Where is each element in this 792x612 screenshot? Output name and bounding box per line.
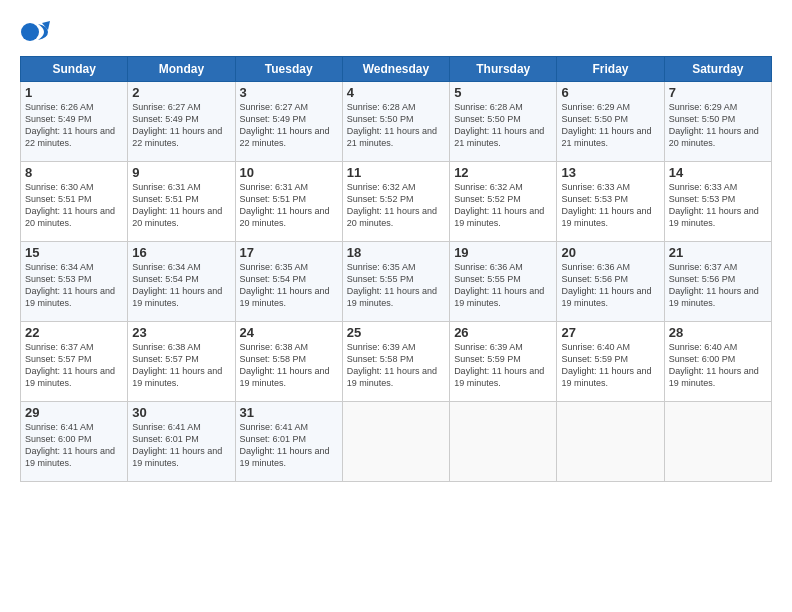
weekday-monday: Monday xyxy=(128,57,235,82)
day-info: Sunrise: 6:36 AMSunset: 5:56 PMDaylight:… xyxy=(561,262,651,308)
day-info: Sunrise: 6:27 AMSunset: 5:49 PMDaylight:… xyxy=(240,102,330,148)
calendar-cell: 30Sunrise: 6:41 AMSunset: 6:01 PMDayligh… xyxy=(128,402,235,482)
day-number: 1 xyxy=(25,85,123,100)
calendar-week-2: 8Sunrise: 6:30 AMSunset: 5:51 PMDaylight… xyxy=(21,162,772,242)
calendar-cell: 3Sunrise: 6:27 AMSunset: 5:49 PMDaylight… xyxy=(235,82,342,162)
day-info: Sunrise: 6:39 AMSunset: 5:59 PMDaylight:… xyxy=(454,342,544,388)
calendar-cell: 19Sunrise: 6:36 AMSunset: 5:55 PMDayligh… xyxy=(450,242,557,322)
day-info: Sunrise: 6:29 AMSunset: 5:50 PMDaylight:… xyxy=(669,102,759,148)
calendar-cell xyxy=(557,402,664,482)
calendar-cell: 26Sunrise: 6:39 AMSunset: 5:59 PMDayligh… xyxy=(450,322,557,402)
calendar-week-1: 1Sunrise: 6:26 AMSunset: 5:49 PMDaylight… xyxy=(21,82,772,162)
day-info: Sunrise: 6:29 AMSunset: 5:50 PMDaylight:… xyxy=(561,102,651,148)
calendar-cell: 27Sunrise: 6:40 AMSunset: 5:59 PMDayligh… xyxy=(557,322,664,402)
calendar-cell: 31Sunrise: 6:41 AMSunset: 6:01 PMDayligh… xyxy=(235,402,342,482)
day-info: Sunrise: 6:37 AMSunset: 5:57 PMDaylight:… xyxy=(25,342,115,388)
day-info: Sunrise: 6:28 AMSunset: 5:50 PMDaylight:… xyxy=(347,102,437,148)
day-number: 9 xyxy=(132,165,230,180)
day-info: Sunrise: 6:30 AMSunset: 5:51 PMDaylight:… xyxy=(25,182,115,228)
weekday-friday: Friday xyxy=(557,57,664,82)
calendar-week-3: 15Sunrise: 6:34 AMSunset: 5:53 PMDayligh… xyxy=(21,242,772,322)
day-number: 21 xyxy=(669,245,767,260)
day-number: 8 xyxy=(25,165,123,180)
day-number: 13 xyxy=(561,165,659,180)
calendar-week-5: 29Sunrise: 6:41 AMSunset: 6:00 PMDayligh… xyxy=(21,402,772,482)
logo xyxy=(20,16,54,48)
day-info: Sunrise: 6:41 AMSunset: 6:01 PMDaylight:… xyxy=(240,422,330,468)
calendar-cell: 6Sunrise: 6:29 AMSunset: 5:50 PMDaylight… xyxy=(557,82,664,162)
calendar-cell xyxy=(450,402,557,482)
calendar-cell: 8Sunrise: 6:30 AMSunset: 5:51 PMDaylight… xyxy=(21,162,128,242)
page: SundayMondayTuesdayWednesdayThursdayFrid… xyxy=(0,0,792,612)
day-number: 3 xyxy=(240,85,338,100)
calendar-cell: 14Sunrise: 6:33 AMSunset: 5:53 PMDayligh… xyxy=(664,162,771,242)
day-number: 30 xyxy=(132,405,230,420)
day-number: 6 xyxy=(561,85,659,100)
day-number: 4 xyxy=(347,85,445,100)
calendar-cell: 18Sunrise: 6:35 AMSunset: 5:55 PMDayligh… xyxy=(342,242,449,322)
calendar-table: SundayMondayTuesdayWednesdayThursdayFrid… xyxy=(20,56,772,482)
day-number: 25 xyxy=(347,325,445,340)
day-info: Sunrise: 6:26 AMSunset: 5:49 PMDaylight:… xyxy=(25,102,115,148)
calendar-cell xyxy=(342,402,449,482)
calendar-cell: 13Sunrise: 6:33 AMSunset: 5:53 PMDayligh… xyxy=(557,162,664,242)
calendar-cell: 24Sunrise: 6:38 AMSunset: 5:58 PMDayligh… xyxy=(235,322,342,402)
day-number: 31 xyxy=(240,405,338,420)
weekday-sunday: Sunday xyxy=(21,57,128,82)
day-info: Sunrise: 6:32 AMSunset: 5:52 PMDaylight:… xyxy=(347,182,437,228)
day-number: 23 xyxy=(132,325,230,340)
day-info: Sunrise: 6:33 AMSunset: 5:53 PMDaylight:… xyxy=(669,182,759,228)
day-info: Sunrise: 6:34 AMSunset: 5:54 PMDaylight:… xyxy=(132,262,222,308)
day-number: 24 xyxy=(240,325,338,340)
calendar-cell: 11Sunrise: 6:32 AMSunset: 5:52 PMDayligh… xyxy=(342,162,449,242)
calendar-cell: 29Sunrise: 6:41 AMSunset: 6:00 PMDayligh… xyxy=(21,402,128,482)
day-number: 26 xyxy=(454,325,552,340)
day-number: 29 xyxy=(25,405,123,420)
day-info: Sunrise: 6:39 AMSunset: 5:58 PMDaylight:… xyxy=(347,342,437,388)
svg-point-0 xyxy=(21,23,39,41)
day-info: Sunrise: 6:27 AMSunset: 5:49 PMDaylight:… xyxy=(132,102,222,148)
day-info: Sunrise: 6:33 AMSunset: 5:53 PMDaylight:… xyxy=(561,182,651,228)
day-number: 18 xyxy=(347,245,445,260)
day-info: Sunrise: 6:35 AMSunset: 5:54 PMDaylight:… xyxy=(240,262,330,308)
day-info: Sunrise: 6:28 AMSunset: 5:50 PMDaylight:… xyxy=(454,102,544,148)
day-info: Sunrise: 6:41 AMSunset: 6:00 PMDaylight:… xyxy=(25,422,115,468)
calendar-cell: 20Sunrise: 6:36 AMSunset: 5:56 PMDayligh… xyxy=(557,242,664,322)
calendar-week-4: 22Sunrise: 6:37 AMSunset: 5:57 PMDayligh… xyxy=(21,322,772,402)
day-info: Sunrise: 6:40 AMSunset: 5:59 PMDaylight:… xyxy=(561,342,651,388)
weekday-thursday: Thursday xyxy=(450,57,557,82)
calendar-cell: 1Sunrise: 6:26 AMSunset: 5:49 PMDaylight… xyxy=(21,82,128,162)
day-number: 19 xyxy=(454,245,552,260)
calendar-cell: 2Sunrise: 6:27 AMSunset: 5:49 PMDaylight… xyxy=(128,82,235,162)
calendar-cell: 5Sunrise: 6:28 AMSunset: 5:50 PMDaylight… xyxy=(450,82,557,162)
weekday-saturday: Saturday xyxy=(664,57,771,82)
weekday-wednesday: Wednesday xyxy=(342,57,449,82)
day-number: 14 xyxy=(669,165,767,180)
calendar-cell: 23Sunrise: 6:38 AMSunset: 5:57 PMDayligh… xyxy=(128,322,235,402)
calendar-cell: 21Sunrise: 6:37 AMSunset: 5:56 PMDayligh… xyxy=(664,242,771,322)
day-number: 11 xyxy=(347,165,445,180)
day-info: Sunrise: 6:36 AMSunset: 5:55 PMDaylight:… xyxy=(454,262,544,308)
day-number: 16 xyxy=(132,245,230,260)
day-number: 5 xyxy=(454,85,552,100)
day-info: Sunrise: 6:37 AMSunset: 5:56 PMDaylight:… xyxy=(669,262,759,308)
calendar-cell: 9Sunrise: 6:31 AMSunset: 5:51 PMDaylight… xyxy=(128,162,235,242)
day-number: 15 xyxy=(25,245,123,260)
day-info: Sunrise: 6:38 AMSunset: 5:58 PMDaylight:… xyxy=(240,342,330,388)
day-info: Sunrise: 6:31 AMSunset: 5:51 PMDaylight:… xyxy=(240,182,330,228)
calendar-cell: 17Sunrise: 6:35 AMSunset: 5:54 PMDayligh… xyxy=(235,242,342,322)
calendar-cell: 15Sunrise: 6:34 AMSunset: 5:53 PMDayligh… xyxy=(21,242,128,322)
day-info: Sunrise: 6:38 AMSunset: 5:57 PMDaylight:… xyxy=(132,342,222,388)
weekday-tuesday: Tuesday xyxy=(235,57,342,82)
day-number: 7 xyxy=(669,85,767,100)
logo-icon xyxy=(20,16,52,48)
day-number: 20 xyxy=(561,245,659,260)
day-info: Sunrise: 6:32 AMSunset: 5:52 PMDaylight:… xyxy=(454,182,544,228)
day-number: 2 xyxy=(132,85,230,100)
calendar-cell: 12Sunrise: 6:32 AMSunset: 5:52 PMDayligh… xyxy=(450,162,557,242)
day-number: 10 xyxy=(240,165,338,180)
calendar-cell: 4Sunrise: 6:28 AMSunset: 5:50 PMDaylight… xyxy=(342,82,449,162)
weekday-header-row: SundayMondayTuesdayWednesdayThursdayFrid… xyxy=(21,57,772,82)
calendar-cell: 10Sunrise: 6:31 AMSunset: 5:51 PMDayligh… xyxy=(235,162,342,242)
day-number: 22 xyxy=(25,325,123,340)
